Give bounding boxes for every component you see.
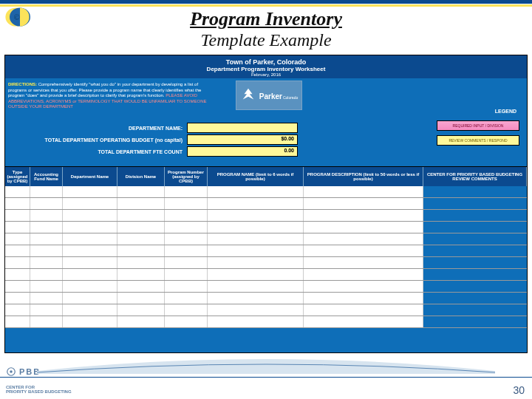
- top-yellow-bar: [0, 4, 532, 7]
- legend-required: REQUIRED INPUT / DIVISION: [437, 120, 519, 131]
- table-body: [5, 186, 527, 328]
- table-row: [5, 293, 527, 304]
- table-header-row: Type (assigned by CPBB) Accounting Fund …: [5, 167, 527, 186]
- worksheet-header: Town of Parker, Colorado Department Prog…: [5, 55, 527, 78]
- table-row: [5, 233, 527, 245]
- swoosh-decoration: [37, 352, 495, 374]
- parker-text: Parker: [259, 92, 282, 100]
- table-row: [5, 210, 527, 222]
- dept-name-label: DEPARTMENT NAME:: [5, 126, 187, 131]
- title-line-1: Program Inventory: [0, 8, 532, 30]
- dept-fte-label: TOTAL DEPARTMENT FTE COUNT: [5, 149, 187, 154]
- leaf-icon: [240, 87, 256, 103]
- table-row: [5, 269, 527, 281]
- worksheet-date: February, 2016: [5, 72, 527, 77]
- legend-title: LEGEND: [495, 109, 516, 114]
- footer-bar: [0, 377, 532, 399]
- svg-point-4: [10, 370, 13, 373]
- table-row: [5, 198, 527, 210]
- top-border-bar: [0, 0, 532, 4]
- col-progdesc: PROGRAM DESCRIPTION (limit to 50 words o…: [304, 167, 423, 186]
- col-division: Division Name: [117, 167, 165, 186]
- corner-logo-icon: ©: [4, 4, 35, 30]
- dept-name-value: [187, 123, 298, 133]
- gear-icon: [6, 366, 16, 377]
- table-row: [5, 222, 527, 233]
- title-line-2: Template Example: [0, 30, 532, 50]
- col-fund: Accounting Fund Name: [30, 167, 63, 186]
- legend-review: REVIEW COMMENTS / RESPOND: [437, 135, 519, 146]
- parker-logo: ParkerColorado: [236, 81, 302, 110]
- table-row: [5, 245, 527, 257]
- col-comments: CENTER FOR PRIORITY BASED BUDGETING REVI…: [423, 167, 527, 186]
- table-row: [5, 304, 527, 316]
- parker-sub: Colorado: [283, 95, 298, 100]
- worksheet-screenshot: Town of Parker, Colorado Department Prog…: [4, 55, 528, 353]
- page-number: 30: [513, 384, 525, 396]
- worksheet-name: Department Program Inventory Worksheet: [5, 66, 527, 72]
- pbb-logo: PBB: [6, 366, 41, 377]
- table-row: [5, 281, 527, 293]
- dept-budget-label: TOTAL DEPARTMENT OPERATING BUDGET (no ca…: [5, 137, 187, 143]
- pbb-text: PBB: [19, 367, 41, 376]
- town-name: Town of Parker, Colorado: [5, 58, 527, 66]
- svg-text:©: ©: [14, 13, 21, 21]
- center-for-text: CENTER FORPRIORITY BASED BUDGETING: [6, 385, 72, 395]
- table-row: [5, 186, 527, 198]
- table-row: [5, 316, 527, 328]
- department-fields: DEPARTMENT NAME: TOTAL DEPARTMENT OPERAT…: [5, 122, 305, 157]
- directions-text: DIRECTIONS: Comprehensively identify "wh…: [8, 82, 215, 110]
- col-prognum: Program Number (assigned by CPBB): [165, 167, 208, 186]
- col-progname: PROGRAM NAME (limit to 6 words if possib…: [208, 167, 304, 186]
- dept-budget-value: $0.00: [187, 134, 298, 145]
- program-table: Type (assigned by CPBB) Accounting Fund …: [5, 166, 527, 328]
- slide-title: Program Inventory Template Example: [0, 8, 532, 50]
- table-row: [5, 257, 527, 269]
- directions-label: DIRECTIONS:: [8, 82, 37, 86]
- dept-fte-value: 0.00: [187, 146, 298, 157]
- col-type: Type (assigned by CPBB): [5, 167, 30, 186]
- col-dept: Department Name: [63, 167, 117, 186]
